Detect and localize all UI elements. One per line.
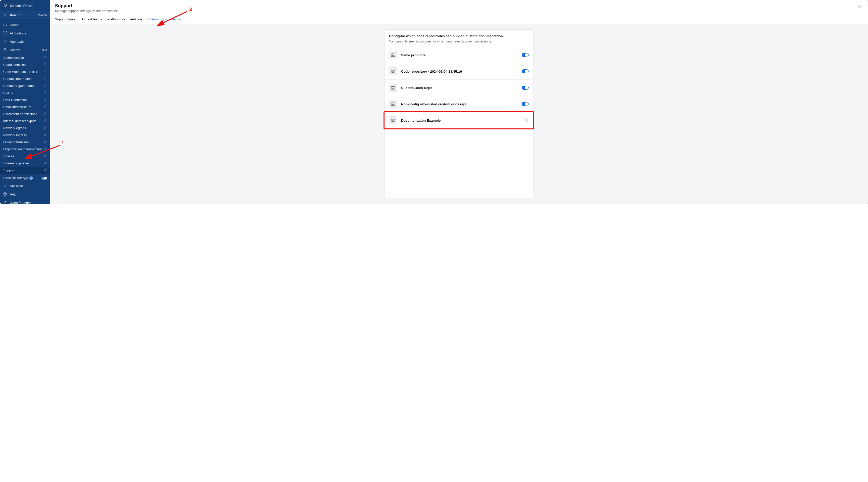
sidebar-item-network-ingress[interactable]: Network ingress	[0, 131, 50, 139]
svg-rect-10	[6, 33, 7, 33]
nav-label: Home	[10, 23, 19, 27]
svg-rect-6	[5, 31, 5, 32]
page-title: Support	[55, 3, 117, 8]
sidebar-bottom-nav: AIP Assist Help Open Foundry	[0, 182, 50, 204]
star-outline-icon	[44, 161, 47, 164]
repo-row: Custom Docs Repo	[384, 80, 533, 96]
svg-point-0	[4, 4, 6, 6]
repo-toggle[interactable]	[522, 53, 529, 57]
repo-toggle[interactable]	[522, 118, 529, 122]
svg-rect-7	[6, 31, 7, 32]
star-outline-icon	[44, 147, 47, 150]
check-icon	[3, 39, 7, 44]
repo-row: Code repository - 2024-01-04 13:45:16	[384, 63, 533, 80]
nav-search[interactable]: Search ⌘ J	[0, 46, 50, 54]
search-shortcut: ⌘ J	[42, 48, 47, 52]
sidebar-item-data-connection[interactable]: Data Connection	[0, 96, 50, 103]
sidebar-header: Control Panel	[0, 0, 50, 11]
org-switch-link[interactable]: Switch	[38, 13, 47, 17]
nav-help[interactable]: Help	[0, 190, 50, 199]
tab-platform-documentation[interactable]: Platform documentation	[107, 17, 142, 24]
show-all-label: Show all settings	[3, 176, 28, 180]
sidebar-item-object-databases[interactable]: Object databases	[0, 139, 50, 146]
svg-rect-21	[391, 87, 395, 89]
nav-label: Internal dataset export	[3, 119, 36, 123]
svg-rect-5	[3, 31, 4, 32]
sidebar-item-cors[interactable]: CORS	[0, 89, 50, 96]
sidebar-item-streaming-profiles[interactable]: Streaming profiles	[0, 159, 50, 167]
tab-support-types[interactable]: Support types	[55, 17, 75, 24]
nav-label: Container governance	[3, 84, 35, 88]
sidebar-item-support[interactable]: Support	[0, 167, 50, 174]
star-outline-icon	[44, 84, 47, 87]
svg-rect-11	[3, 34, 4, 35]
nav-approvals[interactable]: Approvals	[0, 37, 50, 46]
nav-label: Spaces	[3, 154, 14, 158]
svg-rect-22	[391, 103, 395, 106]
nav-label: Organization management	[3, 147, 42, 151]
star-outline-icon	[44, 98, 47, 101]
tab-custom-documentation[interactable]: Custom documentation	[148, 17, 181, 24]
star-outline-icon	[44, 126, 47, 129]
repo-row: Documentation Example	[384, 112, 533, 128]
control-panel-icon	[3, 3, 7, 8]
sidebar-item-network-egress[interactable]: Network egress	[0, 124, 50, 131]
sidebar-item-container-governance[interactable]: Container governance	[0, 82, 50, 89]
repo-label: Same products	[401, 53, 426, 57]
sidebar-item-enrollment-permissions[interactable]: Enrollment permissions	[0, 110, 50, 117]
nav-label: Support	[3, 169, 15, 172]
star-outline-icon	[44, 133, 47, 136]
star-outline-icon	[44, 63, 47, 66]
sidebar-header-label: Control Panel	[10, 4, 33, 8]
sidebar-item-internal-dataset-export[interactable]: Internal dataset export	[0, 117, 50, 124]
sidebar-item-cloud-identities[interactable]: Cloud identities	[0, 61, 50, 68]
star-outline-icon	[44, 140, 47, 143]
nav-aip-assist[interactable]: AIP Assist	[0, 182, 50, 190]
nav-open-foundry[interactable]: Open Foundry	[0, 199, 50, 204]
nav-label: Cloud identities	[3, 63, 26, 67]
info-icon: i	[29, 176, 33, 180]
svg-rect-13	[6, 34, 7, 35]
sidebar-item-contact-information[interactable]: Contact information	[0, 75, 50, 82]
svg-point-2	[4, 13, 4, 14]
star-button[interactable]	[856, 3, 863, 11]
tabs: Support typesSupport teamsPlatform docum…	[55, 17, 863, 24]
panel-subtitle: You can only see repositories for which …	[389, 39, 529, 43]
show-all-settings-row[interactable]: Show all settings i	[0, 174, 50, 182]
grid-icon	[3, 31, 7, 35]
sidebar-item-email-infrastructure[interactable]: Email infrastructure	[0, 103, 50, 110]
sidebar-item-organization-management[interactable]: Organization management	[0, 146, 50, 153]
nav-all-settings[interactable]: All Settings	[0, 29, 50, 37]
repo-toggle[interactable]	[522, 86, 529, 90]
org-icon	[3, 13, 7, 17]
tab-support-teams[interactable]: Support teams	[81, 17, 102, 24]
sidebar-org-row[interactable]: Palantir Switch	[0, 11, 50, 19]
nav-label: Approvals	[10, 40, 24, 43]
panel-header: Configure which code repositories can pu…	[384, 30, 533, 47]
repo-label: Non-config allowlisted custom docs repo	[401, 102, 467, 106]
sidebar-item-spaces[interactable]: Spaces	[0, 153, 50, 159]
star-icon	[857, 5, 861, 9]
svg-point-4	[5, 15, 5, 16]
aip-icon	[3, 184, 7, 188]
show-all-toggle[interactable]	[41, 177, 47, 180]
nav-label: Network ingress	[3, 133, 27, 137]
sidebar-item-code-workbook-profiles[interactable]: Code Workbook profiles	[0, 68, 50, 75]
svg-rect-12	[5, 34, 5, 35]
repo-rows: Same productsCode repository - 2024-01-0…	[384, 47, 533, 128]
main-content: Support Manage support settings for the …	[50, 0, 868, 204]
nav-label: Streaming profiles	[3, 161, 30, 165]
repo-toggle[interactable]	[522, 69, 529, 73]
repo-icon	[389, 84, 397, 92]
repo-toggle[interactable]	[522, 102, 529, 106]
nav-home[interactable]: Home	[0, 21, 50, 29]
nav-label: CORS	[3, 91, 13, 95]
nav-label: All Settings	[10, 31, 26, 35]
repo-label: Custom Docs Repo	[401, 86, 433, 90]
star-outline-icon	[44, 105, 47, 108]
svg-rect-23	[391, 119, 395, 122]
sidebar-settings-list: AuthenticationCloud identitiesCode Workb…	[0, 54, 50, 174]
sidebar-item-authentication[interactable]: Authentication	[0, 54, 50, 61]
star-outline-icon	[44, 154, 47, 157]
star-outline-icon	[44, 112, 47, 115]
